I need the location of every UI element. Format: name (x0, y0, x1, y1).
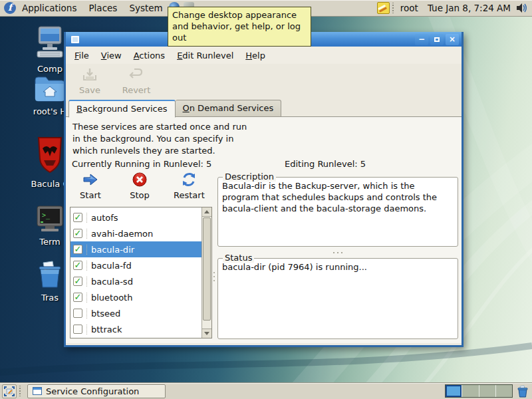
start-label: Start (80, 190, 101, 200)
service-name: bttrack (86, 325, 122, 334)
desktop-icon-label: Bacula C (31, 179, 68, 189)
taskbar-window-icon (33, 387, 42, 395)
desktop-icon-label: Term (39, 237, 61, 247)
menu-system[interactable]: System (123, 0, 168, 16)
description-text: Bacula-dir is the Backup-server, which i… (218, 178, 458, 217)
desktop-icon-label: Tras (41, 293, 59, 303)
scroll-up-button[interactable] (202, 207, 211, 217)
service-configuration-window: − × File View Actions Edit Runlevel Help… (64, 32, 464, 347)
stop-icon (132, 172, 148, 190)
service-row[interactable]: bttrack (70, 321, 201, 337)
description-frame: Description Bacula-dir is the Backup-ser… (217, 177, 458, 247)
service-name: autofs (86, 213, 118, 223)
workspace-3[interactable] (479, 385, 496, 397)
computer-icon (35, 25, 65, 62)
workspace-4[interactable] (496, 385, 512, 397)
revert-button[interactable]: Revert (122, 66, 151, 95)
tab-background-services[interactable]: Background Services (68, 100, 176, 118)
notebook-tabs: Background Services On Demand Services (66, 98, 462, 117)
notes-applet-icon[interactable] (377, 2, 390, 14)
menu-places[interactable]: Places (82, 0, 123, 16)
menu-actions[interactable]: Actions (128, 48, 172, 63)
trash-applet-icon[interactable] (516, 385, 529, 398)
service-name: btseed (86, 309, 120, 319)
service-row[interactable]: ✓avahi-daemon (70, 225, 201, 241)
window-icon (71, 36, 79, 43)
vertical-pane-handle[interactable] (212, 217, 216, 336)
menu-edit-runlevel[interactable]: Edit Runlevel (171, 48, 239, 63)
service-action-buttons: Start Stop (75, 172, 205, 200)
checkbox-checked-icon[interactable]: ✓ (73, 293, 82, 302)
menu-help[interactable]: Help (239, 48, 271, 63)
close-button[interactable]: × (446, 34, 459, 45)
menu-view[interactable]: View (95, 48, 128, 63)
terminal-icon: >_ (35, 205, 65, 235)
start-icon (82, 172, 98, 190)
restart-button[interactable]: Restart (174, 172, 205, 200)
revert-label: Revert (122, 85, 151, 95)
minimize-button[interactable]: − (415, 34, 428, 45)
checkbox-checked-icon[interactable]: ✓ (73, 277, 82, 286)
workspace-2[interactable] (462, 385, 479, 397)
workspace-switcher (445, 384, 513, 398)
svg-text:>_: >_ (42, 211, 51, 219)
window-toolbar: Save Revert (66, 64, 462, 98)
menu-file[interactable]: File (68, 48, 95, 63)
fedora-menu-icon[interactable]: f (4, 2, 16, 14)
scroll-down-button[interactable] (202, 329, 211, 338)
stop-button[interactable]: Stop (124, 172, 155, 200)
home-folder-icon (34, 74, 66, 104)
desktop-icon-label: root's H (33, 106, 66, 116)
service-row[interactable]: ✓bluetooth (70, 289, 201, 305)
description-frame-title: Description (223, 172, 276, 182)
checkbox-unchecked-icon[interactable] (73, 325, 82, 334)
bottom-panel: Service Configuration (0, 382, 532, 399)
service-row[interactable]: btseed (70, 305, 201, 321)
panel-separator (18, 386, 22, 396)
service-row[interactable]: ✓bacula-fd (70, 257, 201, 273)
restart-label: Restart (174, 190, 205, 200)
window-menubar: File View Actions Edit Runlevel Help (66, 47, 462, 64)
service-row[interactable]: ✓bacula-sd (70, 273, 201, 289)
show-desktop-button[interactable] (2, 384, 17, 398)
tab-content: These services are started once and run … (66, 117, 462, 343)
checkbox-checked-icon[interactable]: ✓ (73, 229, 82, 238)
service-row[interactable]: ✓bacula-dir (70, 241, 201, 257)
maximize-button[interactable] (430, 34, 444, 45)
desktop-icon-label: Comp (37, 64, 63, 74)
service-row[interactable]: ✓autofs (70, 209, 201, 225)
scrollbar-thumb[interactable] (203, 217, 211, 321)
panel-separator (391, 3, 395, 13)
service-name: bacula-dir (86, 245, 134, 255)
service-name: bacula-sd (86, 277, 133, 287)
start-button[interactable]: Start (75, 172, 106, 200)
taskbar-button-label: Service Configuration (46, 386, 139, 396)
service-rows: ✓autofs✓avahi-daemon✓bacula-dir✓bacula-f… (70, 207, 201, 338)
volume-icon[interactable] (516, 3, 528, 13)
service-list-scrollbar[interactable] (201, 207, 211, 338)
menu-applications[interactable]: Applications (16, 0, 82, 16)
system-menu-tooltip: Change desktop appearance and behavior, … (168, 7, 311, 47)
service-name: bacula-fd (86, 261, 132, 271)
taskbar-button-service-configuration[interactable]: Service Configuration (27, 384, 166, 398)
user-switcher[interactable]: root (396, 3, 422, 13)
intro-text: These services are started once and run … (72, 121, 247, 157)
clock-applet[interactable]: Tue Jan 8, 7:24 AM (422, 3, 516, 13)
checkbox-checked-icon[interactable]: ✓ (73, 261, 82, 270)
checkbox-checked-icon[interactable]: ✓ (73, 213, 82, 222)
checkbox-unchecked-icon[interactable] (73, 309, 82, 318)
restart-icon (181, 172, 197, 190)
workspace-1[interactable] (446, 385, 462, 397)
trash-icon (35, 261, 65, 291)
editing-runlevel-label: Editing Runlevel: 5 (285, 159, 366, 169)
bacula-icon (35, 136, 65, 177)
status-frame: Status bacula-dir (pid 7964) is running.… (217, 258, 458, 339)
checkbox-checked-icon[interactable]: ✓ (73, 245, 82, 254)
status-frame-title: Status (223, 253, 254, 263)
service-list: ✓autofs✓avahi-daemon✓bacula-dir✓bacula-f… (70, 207, 212, 338)
service-name: avahi-daemon (86, 229, 153, 239)
save-button[interactable]: Save (75, 66, 104, 95)
save-icon (82, 66, 98, 84)
revert-icon (128, 66, 144, 84)
tab-on-demand-services[interactable]: On Demand Services (176, 100, 282, 117)
